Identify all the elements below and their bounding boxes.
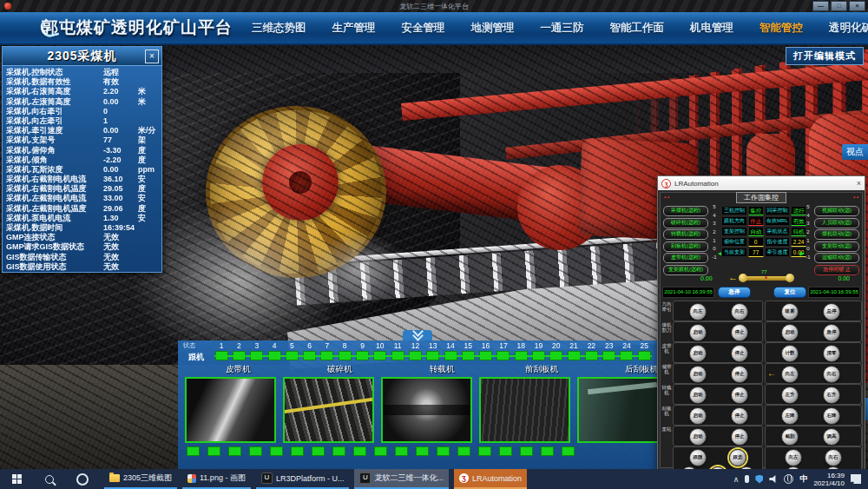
control-button[interactable]: 启动 <box>689 366 707 383</box>
support-cell[interactable]: 12 <box>406 341 424 360</box>
control-button[interactable]: 停止 <box>731 428 748 446</box>
control-button[interactable]: 清零 <box>823 345 840 362</box>
control-button[interactable]: 左降 <box>781 407 799 425</box>
control-button[interactable]: 启动 <box>689 407 707 425</box>
menu-item-5[interactable]: 一通三防 <box>541 21 584 36</box>
panel-close-icon[interactable]: × <box>145 50 159 63</box>
menu-item-1[interactable]: 三维态势图 <box>252 21 306 36</box>
search-icon[interactable] <box>33 469 66 489</box>
support-cell[interactable]: 15 <box>459 341 477 360</box>
minimize-button[interactable]: — <box>812 1 829 11</box>
menu-item-6[interactable]: 智能工作面 <box>610 21 665 36</box>
group-button[interactable]: 向左 <box>785 449 802 466</box>
volume-icon[interactable] <box>769 475 778 483</box>
control-button[interactable]: 调高 <box>823 428 840 446</box>
support-cell[interactable]: 22 <box>582 341 600 360</box>
control-button[interactable]: 喷雾 <box>781 303 799 320</box>
linkage-button-right-4[interactable]: 支架联动(远) <box>814 241 859 252</box>
support-cell[interactable]: 3 <box>248 341 266 360</box>
control-button[interactable]: 急停 <box>823 324 840 341</box>
lrautomation-close-icon[interactable]: × <box>857 179 861 188</box>
support-cell[interactable]: 1 <box>213 341 230 360</box>
support-cell[interactable]: 24 <box>618 341 635 360</box>
control-button[interactable]: 停止 <box>731 387 748 404</box>
control-button[interactable]: 启动 <box>689 428 707 446</box>
maximize-button[interactable]: □ <box>831 1 847 11</box>
support-cell[interactable]: 17 <box>495 341 512 360</box>
camera-thumb-3[interactable] <box>381 377 472 443</box>
control-button[interactable]: 向右 <box>731 303 748 320</box>
support-cell[interactable]: 21 <box>565 341 582 360</box>
taskbar-item-3[interactable]: ULR3DPlatform - U... <box>256 469 350 489</box>
support-cell[interactable]: 9 <box>353 341 371 360</box>
menu-item-4[interactable]: 地测管理 <box>471 21 515 36</box>
taskbar-item-4[interactable]: U龙软二三维一体化... <box>354 469 449 489</box>
close-button[interactable]: × <box>849 1 865 11</box>
support-cell[interactable]: 14 <box>442 341 459 360</box>
control-button[interactable]: 启动 <box>689 387 707 404</box>
linkage-button-left-4[interactable]: 刮板机(远程) <box>663 241 708 252</box>
control-button[interactable]: 停止 <box>731 324 748 341</box>
control-button[interactable]: 启动 <box>689 324 707 341</box>
support-cell[interactable]: 4 <box>266 341 283 360</box>
linkage-button-right-5[interactable]: 运输联动(远) <box>814 253 859 263</box>
menu-item-7[interactable]: 机电管理 <box>690 21 733 36</box>
camera-thumb-1[interactable] <box>185 377 276 443</box>
group-button[interactable]: 向右 <box>825 449 842 466</box>
control-button[interactable]: 向右 <box>823 366 840 383</box>
control-button[interactable]: 计数 <box>781 345 799 362</box>
control-button[interactable]: 总停 <box>823 303 840 320</box>
support-cell[interactable]: 18 <box>512 341 529 360</box>
control-button[interactable]: 向左 <box>689 303 707 320</box>
linkage-button-right-2[interactable]: 人员联动(远) <box>814 218 859 228</box>
support-cell[interactable]: 5 <box>283 341 300 360</box>
notification-center-icon[interactable] <box>851 474 861 484</box>
menu-item-9[interactable]: 透明化矿山 <box>829 21 868 36</box>
lrautomation-titlebar[interactable]: ʒ LRAutomation × <box>658 176 865 190</box>
support-cell[interactable]: 19 <box>529 341 547 360</box>
support-cell[interactable]: 13 <box>424 341 442 360</box>
open-edit-mode-button[interactable]: 打开编辑模式 <box>786 47 864 65</box>
camera-thumb-5[interactable] <box>577 377 668 443</box>
support-cell[interactable]: 6 <box>300 341 318 360</box>
control-button[interactable]: 右升 <box>823 387 840 404</box>
support-cell[interactable]: 2 <box>230 341 247 360</box>
viewpoint-tab[interactable]: 视点 <box>842 144 868 160</box>
reset-button[interactable]: 复位 <box>773 287 806 298</box>
support-cell[interactable]: 20 <box>548 341 565 360</box>
linkage-button-left-3[interactable]: 转载机(远程) <box>663 229 708 240</box>
linkage-button-right-3[interactable]: 煤机联动(远) <box>814 229 859 240</box>
control-button[interactable]: 启动 <box>689 345 707 362</box>
support-cell[interactable]: 8 <box>336 341 353 360</box>
taskbar-item-1[interactable]: 2305三维截图 <box>104 469 177 489</box>
cortana-icon[interactable] <box>66 469 99 489</box>
control-button[interactable]: 向左 <box>781 366 799 383</box>
linkage-button-left-2[interactable]: 破碎机(远程) <box>663 218 708 228</box>
control-button[interactable]: 停止 <box>731 407 748 425</box>
control-button[interactable]: 停止 <box>731 345 748 362</box>
chevron-down-icon[interactable] <box>403 330 432 340</box>
support-cell[interactable]: 11 <box>389 341 406 360</box>
camera-thumb-2[interactable] <box>283 377 374 443</box>
support-cell[interactable]: 23 <box>601 341 618 360</box>
clock[interactable]: 16:39 2021/4/10 <box>813 472 845 487</box>
control-button[interactable]: 右降 <box>823 407 840 425</box>
workface-control-tab[interactable]: 工作面集控 <box>736 192 786 203</box>
estop-button[interactable]: 急停 <box>718 287 751 298</box>
menu-item-8[interactable]: 智能管控 <box>760 21 803 36</box>
control-button[interactable]: 截割 <box>781 428 799 446</box>
taskbar-item-2[interactable]: 11.png - 画图 <box>182 469 251 489</box>
tray-expand-icon[interactable]: ∧ <box>733 475 740 484</box>
menu-item-2[interactable]: 生产管理 <box>332 21 376 36</box>
group-button[interactable]: 跟随 <box>689 449 707 466</box>
security-shield-icon[interactable] <box>755 475 763 484</box>
linkage-button-left-5[interactable]: 皮带机(远程) <box>663 253 708 263</box>
linkage-button-left-1[interactable]: 采煤机(远程) <box>663 206 708 216</box>
camera-thumb-4[interactable] <box>479 377 570 443</box>
taskbar-item-5[interactable]: ʒLRAutomation <box>454 469 527 489</box>
network-icon[interactable] <box>784 474 793 484</box>
support-cell[interactable]: 10 <box>372 341 389 360</box>
support-cell[interactable]: 7 <box>319 341 336 360</box>
group-button[interactable]: 跟选 <box>729 449 746 466</box>
control-button[interactable]: 启动 <box>781 324 799 341</box>
